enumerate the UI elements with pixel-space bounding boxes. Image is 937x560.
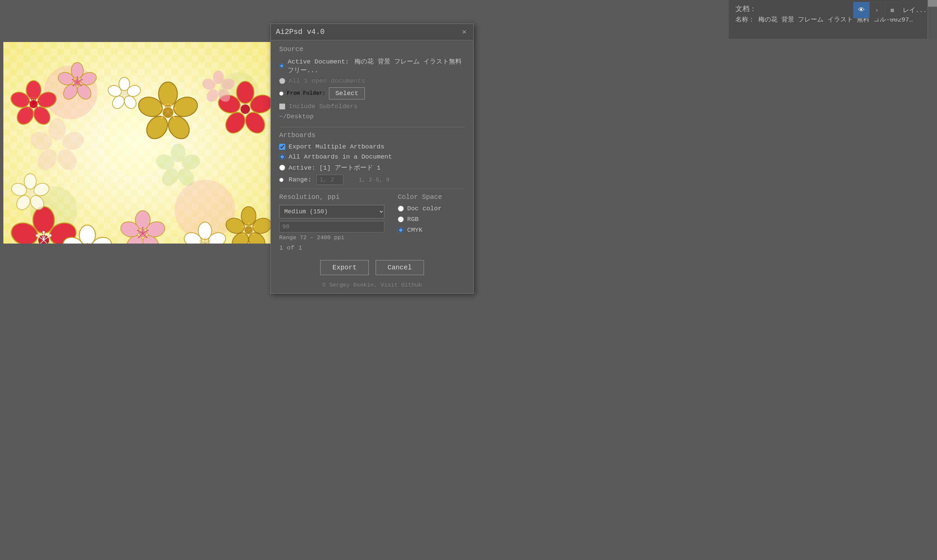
svg-point-25 [39, 100, 41, 102]
range-radio[interactable] [279, 178, 283, 182]
scrollbar-thumb[interactable] [928, 0, 937, 7]
layers-icon-btn[interactable]: ▦ [884, 2, 901, 18]
folder-path: ~/Desktop [279, 113, 465, 120]
scrollbar[interactable] [928, 0, 937, 38]
svg-point-45 [72, 85, 74, 86]
dialog: Ai2Psd v4.0 × Source Active Document: 梅の… [271, 23, 474, 294]
svg-point-148 [243, 226, 244, 228]
svg-point-43 [81, 79, 83, 80]
canvas-area [3, 42, 272, 243]
page-count: 1 of 1 [271, 241, 473, 255]
svg-point-27 [28, 108, 29, 109]
active-document-label: Active Document: 梅の花 背景 フレーム イラスト無料 フリー.… [288, 57, 465, 75]
dialog-body: Source Active Document: 梅の花 背景 フレーム イラスト… [271, 40, 473, 189]
svg-point-30 [35, 97, 37, 99]
svg-point-150 [248, 223, 249, 225]
svg-point-44 [77, 76, 78, 78]
svg-point-88 [43, 231, 45, 234]
bottom-section: Resolution, ppi Low (72) Medium (150) Hi… [271, 193, 473, 241]
cmyk-row: CMYK [398, 226, 465, 234]
svg-point-24 [27, 100, 29, 102]
range-label: Range: [289, 176, 311, 183]
from-folder-label: From Folder: [287, 90, 326, 96]
cmyk-radio[interactable] [398, 227, 404, 233]
rgb-row: RGB [398, 216, 465, 223]
resolution-select[interactable]: Low (72) Medium (150) High (300) Custom [279, 205, 384, 218]
svg-point-159 [213, 71, 224, 84]
active-artboard-row: Active: [1] アートボード 1 [279, 163, 465, 172]
resolution-label: Resolution, ppi [279, 193, 384, 201]
dialog-credit: © Sergey Osokin. Visit Github [271, 280, 473, 293]
rgb-radio[interactable] [398, 216, 404, 222]
range-hint: 1, 2-5, 8 [358, 177, 389, 183]
export-multiple-checkbox[interactable] [279, 144, 285, 150]
svg-point-62 [167, 103, 169, 105]
svg-point-26 [33, 97, 35, 98]
artboards-label: Artboards [279, 131, 465, 139]
select-button[interactable]: Select [329, 87, 365, 100]
dialog-close-button[interactable]: × [460, 27, 468, 37]
svg-point-61 [174, 108, 176, 109]
svg-point-121 [138, 237, 139, 238]
svg-point-158 [121, 91, 127, 97]
rgb-label: RGB [407, 216, 418, 223]
cmyk-label: CMYK [407, 226, 423, 234]
active-artboard-radio[interactable] [279, 165, 285, 171]
doc-color-label: Doc color [407, 205, 442, 212]
chevron-icon-btn[interactable]: › [872, 2, 882, 18]
cancel-button[interactable]: Cancel [375, 260, 424, 275]
export-multiple-row: Export Multiple Artboards [279, 143, 465, 151]
export-button[interactable]: Export [320, 260, 369, 275]
active-document-row: Active Document: 梅の花 背景 フレーム イラスト無料 フリー.… [279, 57, 465, 75]
from-folder-row: From Folder: Select [279, 87, 465, 100]
svg-point-64 [173, 117, 175, 118]
svg-point-67 [237, 81, 254, 103]
range-row: Range: 1, 2-5, 8 [279, 175, 465, 185]
svg-point-60 [160, 108, 162, 109]
svg-point-149 [253, 226, 255, 228]
svg-point-119 [147, 230, 149, 231]
include-subfolders-checkbox[interactable] [279, 103, 285, 109]
all-open-row: All 1 open documents [279, 77, 465, 85]
range-input[interactable] [317, 175, 343, 185]
all-artboards-row: All Artboards in a Document [279, 153, 465, 161]
artboards-section: Artboards Export Multiple Artboards All … [279, 131, 465, 185]
source-section: Source Active Document: 梅の花 背景 フレーム イラスト… [279, 45, 465, 120]
svg-point-47 [158, 82, 177, 106]
svg-point-185 [27, 190, 34, 197]
all-artboards-label: All Artboards in a Document [289, 153, 392, 161]
all-open-radio[interactable] [279, 78, 285, 84]
divider-2 [279, 189, 465, 189]
export-multiple-label: Export Multiple Artboards [289, 143, 384, 151]
all-artboards-radio[interactable] [279, 154, 285, 160]
include-subfolders-label: Include Subfolders [289, 103, 357, 110]
layout-label: レイ... [903, 6, 927, 14]
svg-point-91 [79, 225, 95, 243]
svg-point-87 [49, 234, 52, 237]
resolution-custom-input[interactable] [279, 221, 384, 232]
svg-point-151 [243, 234, 245, 235]
svg-point-72 [240, 105, 250, 114]
svg-point-152 [252, 234, 254, 235]
svg-point-135 [209, 240, 210, 242]
from-folder-radio[interactable] [279, 91, 283, 96]
svg-point-65 [164, 104, 166, 106]
svg-point-118 [137, 230, 138, 231]
source-label: Source [279, 45, 465, 53]
active-document-radio[interactable] [279, 63, 284, 69]
include-subfolders-row: Include Subfolders [279, 103, 465, 110]
active-artboard-label: Active: [1] アートボード 1 [289, 163, 381, 172]
doc-color-radio[interactable] [398, 206, 404, 212]
resolution-col: Resolution, ppi Low (72) Medium (150) Hi… [279, 193, 384, 241]
svg-point-29 [30, 97, 32, 99]
top-right-icons: 👁 › ▦ レイ... [853, 2, 927, 18]
doc-label: 文档： [735, 4, 757, 14]
svg-point-63 [161, 117, 163, 118]
svg-point-122 [146, 237, 148, 238]
svg-point-180 [24, 174, 36, 189]
svg-point-46 [81, 85, 82, 86]
eye-icon-btn[interactable]: 👁 [853, 2, 870, 18]
svg-point-42 [72, 79, 73, 80]
dialog-footer: Export Cancel [271, 255, 473, 280]
svg-point-134 [200, 240, 201, 242]
